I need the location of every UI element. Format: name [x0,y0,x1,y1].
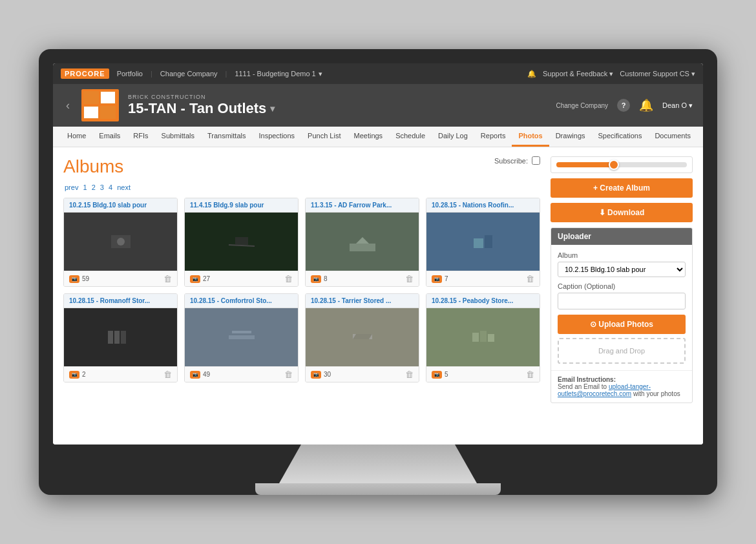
caption-input[interactable] [558,293,686,309]
camera-icon: 📷 [190,275,200,283]
delete-album-icon[interactable]: 🗑 [284,370,293,379]
nav-transmittals[interactable]: Transmittals [201,127,253,147]
change-company-header: Change Company [556,102,608,109]
pagination-next[interactable]: next [117,183,131,191]
drag-drop-area[interactable]: Drag and Drop [558,338,686,364]
nav-specifications[interactable]: Specifications [592,127,649,147]
album-card[interactable]: 11.3.15 - AD Farrow Park... 📷 8 🗑 [305,198,419,287]
album-thumbnail [64,213,177,271]
camera-icon: 📷 [311,275,321,283]
back-button[interactable]: ‹ [63,99,72,112]
delete-album-icon[interactable]: 🗑 [405,274,414,284]
svg-rect-5 [235,237,248,245]
album-footer: 📷 49 🗑 [185,366,298,382]
album-card[interactable]: 10.28.15 - Tarrier Stored ... 📷 30 🗑 [305,293,419,382]
more-tools-button[interactable]: more tools ▾ [697,127,703,146]
delete-album-icon[interactable]: 🗑 [163,370,172,379]
delete-album-icon[interactable]: 🗑 [405,370,414,379]
album-card[interactable]: 10.2.15 Bldg.10 slab pour 📷 59 🗑 [63,198,178,287]
zoom-slider-container [551,156,693,173]
email-instructions-header: Email Instructions: [558,376,616,383]
photo-count: 2 [82,371,86,378]
pagination-page-1[interactable]: 1 [83,183,87,191]
portfolio-link[interactable]: Portfolio [117,70,143,78]
delete-album-icon[interactable]: 🗑 [526,274,534,284]
albums-grid: 10.2.15 Bldg.10 slab pour 📷 59 🗑 [63,198,540,382]
nav-schedule[interactable]: Schedule [389,127,432,147]
svg-rect-25 [488,334,494,342]
help-icon[interactable]: ? [617,99,630,112]
procore-logo: PROCORE [61,68,109,79]
photo-count: 7 [445,275,448,282]
customer-support-link[interactable]: Customer Support CS ▾ [620,70,695,78]
svg-marker-21 [353,334,372,339]
pagination-prev[interactable]: prev [65,183,78,191]
album-select[interactable]: 10.2.15 Bldg.10 slab pour [558,262,686,277]
nav-submittals[interactable]: Submittals [155,127,201,147]
photo-count: 30 [324,371,331,378]
nav-meetings[interactable]: Meetings [347,127,389,147]
content-area: Albums Subscribe: prev 1 2 3 4 next [53,147,703,445]
svg-rect-23 [472,333,479,342]
subscribe-checkbox[interactable] [532,156,540,165]
nav-daily-log[interactable]: Daily Log [432,127,474,147]
download-button[interactable]: ⬇ Download [551,203,693,222]
album-card[interactable]: 10.28.15 - Nations Roofin... 📷 7 🗑 [426,198,540,287]
album-count: 📷 7 [432,275,448,283]
album-footer: 📷 7 🗑 [426,271,540,286]
album-card[interactable]: 10.28.15 - Peabody Store... 📷 5 🗑 [426,293,540,382]
zoom-slider-track [556,162,687,167]
bell-icon-top[interactable]: 🔔 [527,70,536,78]
bell-icon-header[interactable]: 🔔 [639,98,653,112]
delete-album-icon[interactable]: 🗑 [526,370,534,379]
nav-inspections[interactable]: Inspections [252,127,301,147]
change-company-link[interactable]: Change Company [160,70,218,78]
photo-count: 5 [445,371,448,378]
album-title: 11.3.15 - AD Farrow Park... [306,198,419,213]
album-thumbnail [185,308,298,366]
delete-album-icon[interactable]: 🗑 [284,274,293,284]
pagination-page-2[interactable]: 2 [92,183,96,191]
nav-home[interactable]: Home [61,127,92,147]
support-feedback-link[interactable]: Support & Feedback ▾ [543,70,613,78]
album-card[interactable]: 11.4.15 Bldg.9 slab pour 📷 27 🗑 [184,198,299,287]
project-selector[interactable]: 1111 - Budgeting Demo 1 ▾ [235,70,322,78]
camera-icon: 📷 [69,275,79,283]
album-thumbnail [426,308,540,366]
nav-photos[interactable]: Photos [512,127,549,147]
nav-documents[interactable]: Documents [648,127,697,147]
nav-rfis[interactable]: RFIs [127,127,154,147]
user-menu[interactable]: Dean O ▾ [662,101,693,110]
create-album-button[interactable]: + Create Album [551,178,693,198]
company-logo [81,89,119,121]
nav-punch-list[interactable]: Punch List [301,127,347,147]
album-thumbnail [306,213,419,271]
album-card[interactable]: 10.28.15 - Romanoff Stor... 📷 2 🗑 [63,293,178,382]
nav-drawings[interactable]: Drawings [549,127,592,147]
album-footer: 📷 2 🗑 [64,366,177,382]
nav-emails[interactable]: Emails [92,127,127,147]
pagination-page-4[interactable]: 4 [109,183,112,191]
svg-rect-7 [350,244,375,251]
delete-album-icon[interactable]: 🗑 [163,274,172,284]
album-thumbnail [185,213,298,271]
album-card[interactable]: 10.28.15 - Comfortrol Sto... 📷 49 🗑 [184,293,299,382]
album-count: 📷 8 [311,275,328,283]
project-title: 15-TAN - Tan Outlets ▾ [128,100,275,117]
slider-thumb[interactable] [609,160,619,170]
uploader-body: Album 10.2.15 Bldg.10 slab pour Caption … [551,245,692,370]
album-footer: 📷 8 🗑 [306,271,419,286]
camera-icon: 📷 [311,371,321,379]
company-info: BRICK CONSTRUCTION 15-TAN - Tan Outlets … [128,94,275,117]
nav-reports[interactable]: Reports [474,127,512,147]
album-count: 📷 27 [190,275,210,283]
pagination-page-3[interactable]: 3 [100,183,104,191]
photo-count: 59 [82,275,89,282]
album-footer: 📷 27 🗑 [185,271,298,286]
project-title-dropdown[interactable]: ▾ [270,103,275,114]
upload-photos-button[interactable]: ⊙ Upload Photos [558,315,686,334]
company-header: ‹ BRICK CONSTRUCTION 15-TAN - Tan Outlet… [53,84,703,127]
uploader-section: Uploader Album 10.2.15 Bldg.10 slab pour… [551,227,693,403]
svg-rect-15 [121,331,126,344]
photo-count: 27 [203,275,210,282]
